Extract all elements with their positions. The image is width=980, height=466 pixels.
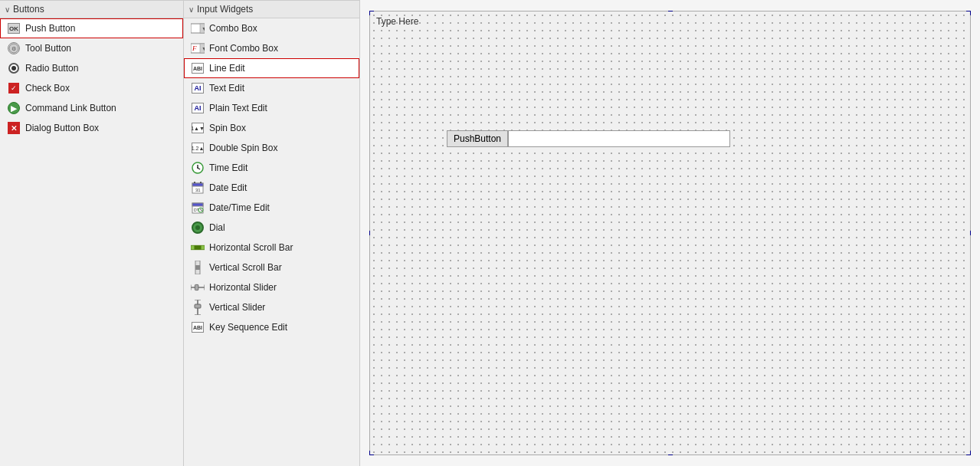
svg-rect-19 bbox=[192, 203, 203, 206]
svg-text:⚙: ⚙ bbox=[11, 46, 16, 51]
list-item-combo-box[interactable]: ▼ Combo Box bbox=[184, 18, 359, 38]
datetime-edit-icon: DT bbox=[191, 201, 205, 215]
svg-point-12 bbox=[197, 167, 198, 169]
plain-text-edit-icon: AI bbox=[191, 101, 205, 115]
type-here-label: Type Here bbox=[376, 16, 418, 27]
list-item-date-edit[interactable]: 31 Date Edit bbox=[184, 178, 359, 198]
horizontal-scroll-bar-icon bbox=[191, 241, 205, 254]
horizontal-slider-label: Horizontal Slider bbox=[209, 282, 277, 293]
tool-button-label: Tool Button bbox=[25, 43, 71, 54]
list-item-dialog-button-box[interactable]: ✕ Dialog Button Box bbox=[0, 118, 183, 138]
svg-rect-29 bbox=[195, 284, 198, 290]
dial-icon bbox=[191, 221, 205, 235]
list-item-key-sequence-edit[interactable]: ABI Key Sequence Edit bbox=[184, 317, 359, 337]
list-item-tool-button[interactable]: ⚙ Tool Button bbox=[0, 38, 183, 58]
push-button-label: Push Button bbox=[25, 23, 75, 34]
list-item-double-spin-box[interactable]: 1.2▲ Double Spin Box bbox=[184, 138, 359, 158]
buttons-list: OK Push Button ⚙ Tool Button bbox=[0, 18, 183, 138]
buttons-arrow-icon: ∨ bbox=[5, 5, 10, 14]
dialog-button-box-icon: ✕ bbox=[7, 121, 21, 135]
spin-box-label: Spin Box bbox=[209, 123, 246, 133]
command-link-button-icon: ▶ bbox=[7, 101, 21, 115]
time-edit-icon bbox=[191, 161, 205, 175]
push-button-icon: OK bbox=[7, 21, 21, 35]
list-item-dial[interactable]: Dial bbox=[184, 218, 359, 238]
line-edit-icon: ABI bbox=[191, 61, 205, 75]
datetime-edit-label: Date/Time Edit bbox=[209, 202, 270, 213]
double-spin-box-label: Double Spin Box bbox=[209, 143, 277, 153]
svg-text:F: F bbox=[192, 44, 197, 52]
list-item-check-box[interactable]: ✓ Check Box bbox=[0, 78, 183, 98]
input-widgets-panel: ∨ Input Widgets ▼ Combo Box F ▼ bbox=[184, 0, 360, 466]
list-item-vertical-slider[interactable]: Vertical Slider bbox=[184, 297, 359, 317]
line-edit-label: Line Edit bbox=[209, 63, 245, 74]
list-item-datetime-edit[interactable]: DT Date/Time Edit bbox=[184, 198, 359, 218]
input-widgets-section-header[interactable]: ∨ Input Widgets bbox=[184, 0, 359, 18]
svg-rect-25 bbox=[195, 245, 202, 249]
key-sequence-edit-icon: ABI bbox=[191, 320, 205, 334]
list-item-horizontal-scroll-bar[interactable]: Horizontal Scroll Bar bbox=[184, 238, 359, 258]
combo-box-icon: ▼ bbox=[191, 21, 205, 35]
list-item-plain-text-edit[interactable]: AI Plain Text Edit bbox=[184, 98, 359, 118]
svg-rect-27 bbox=[195, 265, 200, 270]
key-sequence-edit-label: Key Sequence Edit bbox=[209, 322, 287, 333]
date-edit-icon: 31 bbox=[191, 181, 205, 195]
dialog-button-box-label: Dialog Button Box bbox=[25, 123, 99, 133]
list-item-command-link-button[interactable]: ▶ Command Link Button bbox=[0, 98, 183, 118]
radio-button-icon bbox=[7, 61, 21, 75]
canvas-container: Type Here PushButton bbox=[369, 11, 971, 455]
push-button-widget[interactable]: PushButton bbox=[447, 130, 508, 147]
vertical-slider-label: Vertical Slider bbox=[209, 302, 265, 313]
list-item-radio-button[interactable]: Radio Button bbox=[0, 58, 183, 78]
vertical-scroll-bar-label: Vertical Scroll Bar bbox=[209, 262, 282, 273]
check-box-icon: ✓ bbox=[7, 81, 21, 95]
command-link-button-label: Command Link Button bbox=[25, 103, 116, 113]
horizontal-scroll-bar-label: Horizontal Scroll Bar bbox=[209, 242, 293, 253]
line-edit-widget[interactable] bbox=[508, 130, 730, 147]
check-box-label: Check Box bbox=[25, 83, 70, 94]
text-edit-icon: AI bbox=[191, 81, 205, 95]
list-item-font-combo-box[interactable]: F ▼ Font Combo Box bbox=[184, 38, 359, 58]
time-edit-label: Time Edit bbox=[209, 162, 247, 173]
canvas-widget-area: PushButton bbox=[447, 130, 730, 147]
input-widgets-section-title: Input Widgets bbox=[197, 4, 253, 15]
list-item-horizontal-slider[interactable]: Horizontal Slider bbox=[184, 277, 359, 297]
combo-box-label: Combo Box bbox=[209, 23, 257, 34]
dial-label: Dial bbox=[209, 222, 225, 233]
input-widgets-list: ▼ Combo Box F ▼ Font Combo Box ABI Line bbox=[184, 18, 359, 337]
svg-rect-33 bbox=[195, 304, 201, 308]
text-edit-label: Text Edit bbox=[209, 83, 244, 94]
svg-rect-14 bbox=[192, 183, 203, 186]
radio-button-label: Radio Button bbox=[25, 63, 78, 74]
spin-box-icon: 1▲▼ bbox=[191, 121, 205, 135]
buttons-section-title: Buttons bbox=[13, 4, 44, 15]
list-item-spin-box[interactable]: 1▲▼ Spin Box bbox=[184, 118, 359, 138]
canvas-area: Type Here PushButton bbox=[360, 0, 980, 466]
list-item-push-button[interactable]: OK Push Button bbox=[0, 18, 183, 38]
vertical-scroll-bar-icon bbox=[191, 261, 205, 274]
list-item-text-edit[interactable]: AI Text Edit bbox=[184, 78, 359, 98]
date-edit-label: Date Edit bbox=[209, 182, 247, 193]
svg-text:▼: ▼ bbox=[202, 26, 205, 31]
font-combo-box-label: Font Combo Box bbox=[209, 43, 278, 54]
list-item-vertical-scroll-bar[interactable]: Vertical Scroll Bar bbox=[184, 258, 359, 277]
plain-text-edit-label: Plain Text Edit bbox=[209, 103, 267, 113]
horizontal-slider-icon bbox=[191, 281, 205, 294]
svg-text:31: 31 bbox=[195, 188, 201, 192]
input-widgets-arrow-icon: ∨ bbox=[188, 5, 194, 14]
buttons-panel: ∨ Buttons OK Push Button ⚙ Tool Button bbox=[0, 0, 184, 466]
buttons-section-header[interactable]: ∨ Buttons bbox=[0, 0, 183, 18]
font-combo-box-icon: F ▼ bbox=[191, 41, 205, 55]
vertical-slider-icon bbox=[191, 300, 205, 314]
canvas-inner: Type Here PushButton bbox=[370, 11, 970, 455]
list-item-time-edit[interactable]: Time Edit bbox=[184, 158, 359, 178]
tool-button-icon: ⚙ bbox=[7, 41, 21, 55]
double-spin-box-icon: 1.2▲ bbox=[191, 141, 205, 155]
list-item-line-edit[interactable]: ABI Line Edit bbox=[184, 58, 359, 78]
svg-text:▼: ▼ bbox=[202, 46, 205, 51]
